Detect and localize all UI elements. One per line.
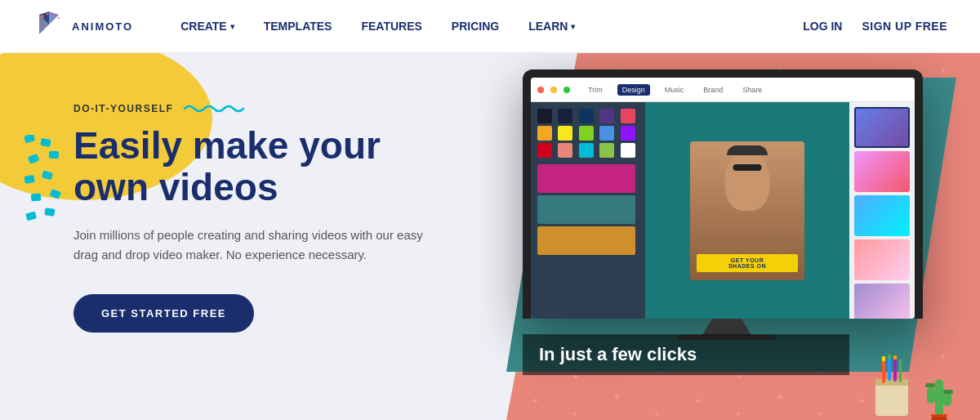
svg-text:✦: ✦ xyxy=(572,409,578,418)
svg-text:✦: ✦ xyxy=(612,391,621,403)
svg-point-7 xyxy=(58,17,60,19)
person-head xyxy=(725,150,770,211)
hat xyxy=(727,145,768,155)
color-palette xyxy=(537,109,639,158)
editor-thumb-2 xyxy=(854,151,910,192)
video-caption-overlay: In just a few clicks xyxy=(523,334,849,375)
header: ANIMOTO CREATE ▾ TEMPLATES FEATURES PRIC… xyxy=(0,0,980,53)
color-swatch xyxy=(621,126,635,141)
tab-share: Share xyxy=(737,84,767,96)
color-swatch xyxy=(537,126,552,141)
svg-rect-67 xyxy=(888,355,891,359)
tab-music: Music xyxy=(660,84,689,96)
editor-left-panel xyxy=(531,102,645,319)
color-swatch xyxy=(621,143,635,158)
login-button[interactable]: LOG IN xyxy=(803,20,842,33)
animoto-logo-icon xyxy=(33,10,65,42)
monitor-stand xyxy=(702,319,751,335)
color-swatch xyxy=(599,109,614,123)
sunglasses xyxy=(733,164,762,171)
strip-thumb xyxy=(537,226,635,255)
svg-rect-71 xyxy=(935,379,943,416)
strip-thumb xyxy=(537,195,635,224)
nav-templates[interactable]: TEMPLATES xyxy=(249,0,347,53)
nav-learn[interactable]: LEARN ▾ xyxy=(514,0,590,53)
editor-main-canvas: GET YOURSHADES ON xyxy=(645,102,849,319)
tab-trim: Trim xyxy=(583,84,608,96)
desk-items-decoration xyxy=(867,355,956,420)
hero-content: DO-IT-YOURSELF Easily make your own vide… xyxy=(0,53,441,333)
color-swatch xyxy=(558,143,572,158)
svg-rect-64 xyxy=(882,359,885,383)
svg-text:✦: ✦ xyxy=(653,409,660,418)
svg-text:✦: ✦ xyxy=(776,391,784,403)
svg-point-3 xyxy=(41,15,44,18)
expand-dot xyxy=(564,87,570,93)
svg-rect-77 xyxy=(931,414,947,417)
color-swatch xyxy=(599,143,614,158)
svg-rect-73 xyxy=(925,383,935,387)
editor-ui: Trim Design Music Brand Share xyxy=(531,78,915,319)
tab-design: Design xyxy=(617,84,650,96)
strip-thumb xyxy=(537,164,635,193)
svg-text:✦: ✦ xyxy=(939,65,947,76)
svg-point-4 xyxy=(47,13,49,16)
diy-label-row: DO-IT-YOURSELF xyxy=(74,102,441,115)
main-nav: CREATE ▾ TEMPLATES FEATURES PRICING LEAR… xyxy=(166,0,803,53)
svg-rect-69 xyxy=(893,355,897,360)
minimize-dot xyxy=(550,87,557,93)
video-caption-text: In just a few clicks xyxy=(539,344,697,364)
editor-toolbar: Trim Design Music Brand Share xyxy=(531,78,915,102)
tab-brand: Brand xyxy=(698,84,728,96)
svg-point-5 xyxy=(51,13,53,15)
color-swatch xyxy=(621,109,635,123)
nav-create[interactable]: CREATE ▾ xyxy=(166,0,249,53)
monitor-screen: Trim Design Music Brand Share xyxy=(531,78,915,319)
canvas-overlay-text: GET YOURSHADES ON xyxy=(702,257,793,269)
hero-title: Easily make your own videos xyxy=(74,125,441,208)
chevron-down-icon: ▾ xyxy=(230,22,234,31)
color-swatch xyxy=(537,109,552,123)
hero-section: DO-IT-YOURSELF Easily make your own vide… xyxy=(0,53,980,420)
svg-marker-1 xyxy=(49,11,59,25)
editor-right-panel xyxy=(849,102,915,319)
editor-body: GET YOURSHADES ON xyxy=(531,102,915,319)
editor-thumb-3 xyxy=(854,195,910,236)
color-swatch xyxy=(537,143,552,158)
nav-pricing[interactable]: PRICING xyxy=(437,0,514,53)
svg-text:✦: ✦ xyxy=(531,395,539,407)
svg-rect-72 xyxy=(927,387,935,404)
svg-rect-75 xyxy=(943,390,953,394)
color-swatch xyxy=(558,109,572,123)
wavy-line-decoration xyxy=(183,102,248,115)
color-swatch xyxy=(599,126,614,141)
pencil-cup-icon xyxy=(867,355,916,420)
canvas-preview: GET YOURSHADES ON xyxy=(690,141,804,280)
chevron-down-icon-learn: ▾ xyxy=(571,22,575,31)
svg-text:✦: ✦ xyxy=(694,395,702,407)
editor-thumb-1 xyxy=(854,107,910,148)
editor-thumb-4 xyxy=(854,239,910,280)
svg-text:✦: ✦ xyxy=(735,409,742,418)
editor-tabs: Trim Design Music Brand Share xyxy=(583,84,767,96)
svg-text:✦: ✦ xyxy=(817,409,823,418)
svg-rect-68 xyxy=(893,357,897,382)
svg-text:✦: ✦ xyxy=(858,395,866,407)
get-started-button[interactable]: GET STARTED FREE xyxy=(74,294,254,333)
monitor-mockup: Trim Design Music Brand Share xyxy=(523,69,931,340)
color-swatch xyxy=(579,109,594,123)
thumbnail-strip xyxy=(537,164,639,255)
diy-label-text: DO-IT-YOURSELF xyxy=(74,103,173,114)
svg-rect-65 xyxy=(882,356,885,361)
header-auth: LOG IN SIGN UP FREE xyxy=(803,20,947,33)
hero-subtitle: Join millions of people creating and sha… xyxy=(74,226,441,265)
svg-rect-70 xyxy=(899,360,902,382)
editor-thumb-5 xyxy=(854,284,910,319)
signup-button[interactable]: SIGN UP FREE xyxy=(862,20,947,33)
nav-features[interactable]: FEATURES xyxy=(346,0,436,53)
svg-rect-63 xyxy=(875,379,908,386)
logo[interactable]: ANIMOTO xyxy=(33,10,133,42)
canvas-text-overlay: GET YOURSHADES ON xyxy=(697,254,798,272)
color-swatch xyxy=(579,126,594,141)
hero-image-area: ✦✦ ✦✦ ✦✦ ✦✦ ✦✦ ✦ ✦✦ ✦✦ ✦✦ ✦✦ ✦✦ ✦ ✦✦ ✦✦ … xyxy=(506,53,980,420)
